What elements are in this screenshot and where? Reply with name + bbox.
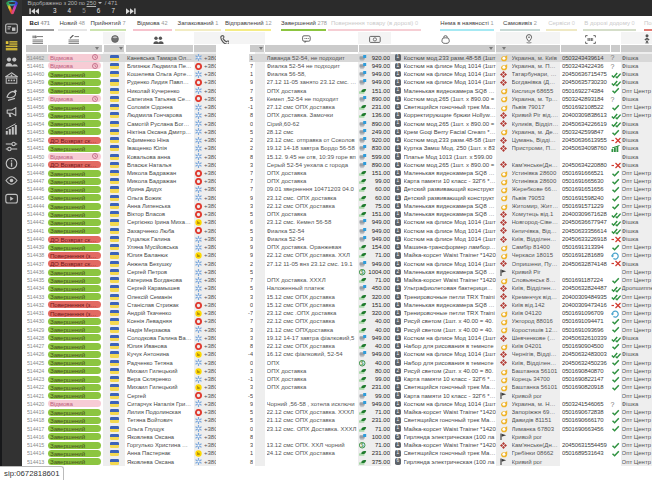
svg-text:lc: lc <box>197 311 200 316</box>
svg-text:lc: lc <box>197 385 200 390</box>
svg-text:lc: lc <box>197 369 200 374</box>
svg-text:lc: lc <box>197 220 200 225</box>
svg-text:lc: lc <box>197 451 200 456</box>
svg-text:lc: lc <box>197 253 200 258</box>
svg-text:lc: lc <box>197 352 200 357</box>
